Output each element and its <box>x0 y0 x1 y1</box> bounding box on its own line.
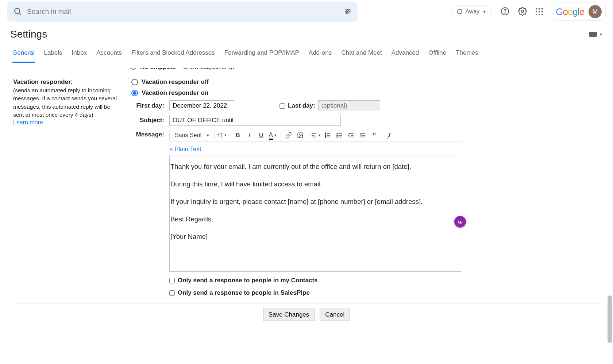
svg-point-27 <box>337 136 338 137</box>
svg-point-25 <box>337 133 338 134</box>
header-bar: Away ▼ Google M <box>0 0 613 23</box>
search-row <box>7 1 446 22</box>
tab-labels[interactable]: Labels <box>43 44 63 63</box>
first-day-input[interactable] <box>169 100 234 111</box>
keyboard-icon <box>589 32 597 37</box>
svg-point-0 <box>15 8 20 13</box>
search-box[interactable] <box>7 1 358 22</box>
bold-button[interactable]: B <box>232 130 243 141</box>
quote-icon[interactable]: ” <box>369 130 380 141</box>
vr-on-label: Vacation responder on <box>142 89 208 97</box>
learn-more-link[interactable]: Learn more <box>13 119 121 126</box>
snippets-label: No snippets <box>140 68 176 71</box>
underline-button[interactable]: U <box>256 130 267 141</box>
subject-input[interactable] <box>169 115 341 126</box>
font-family-select[interactable]: Sans Serif ▼ <box>173 130 212 141</box>
italic-button[interactable]: I <box>244 130 255 141</box>
snippets-setting-partial: No snippets - Show subject only. <box>130 68 600 73</box>
status-away-icon <box>457 9 462 14</box>
svg-point-9 <box>505 13 505 13</box>
message-editor[interactable]: Thank you for your email. I am currently… <box>169 155 461 272</box>
first-day-row: First day: Last day: <box>131 100 600 111</box>
align-button[interactable]: ▼ <box>311 130 321 141</box>
subject-label: Subject: <box>131 117 164 124</box>
snippets-desc: - Show subject only. <box>179 68 234 71</box>
tab-general[interactable]: General <box>12 44 35 63</box>
settings-tabs: GeneralLabelsInboxAccountsFilters and Bl… <box>0 44 613 63</box>
account-block[interactable]: Google M <box>552 3 606 21</box>
link-icon[interactable] <box>283 130 294 141</box>
gear-icon[interactable] <box>518 7 527 17</box>
message-label: Message: <box>131 131 164 297</box>
svg-point-10 <box>521 10 524 12</box>
tab-inbox[interactable]: Inbox <box>71 44 88 63</box>
support-icon[interactable] <box>501 7 509 17</box>
subject-row: Subject: <box>131 115 600 126</box>
vr-desc: (sends an automated reply to incoming me… <box>13 86 121 119</box>
cancel-button[interactable]: Cancel <box>320 309 350 321</box>
editor-line: [Your Name] <box>170 232 459 241</box>
search-input[interactable] <box>27 8 339 16</box>
input-tools[interactable]: ▼ <box>589 32 603 37</box>
domain-only-checkbox[interactable] <box>169 290 175 296</box>
page-title: Settings <box>10 28 47 40</box>
remove-formatting-icon[interactable]: T⁄ <box>385 130 396 141</box>
editor-line: Best Regards, <box>170 214 459 224</box>
editor-line: If your inquiry is urgent, please contac… <box>170 197 459 206</box>
tab-forwarding-and-pop-imap[interactable]: Forwarding and POP/IMAP <box>224 44 300 63</box>
svg-line-1 <box>19 13 21 14</box>
editor-line: Thank you for your email. I am currently… <box>170 162 459 171</box>
google-logo: Google <box>556 6 584 18</box>
vr-off-row[interactable]: Vacation responder off <box>131 78 600 86</box>
contacts-only-row[interactable]: Only send a response to people in my Con… <box>169 277 461 284</box>
plain-text-toggle[interactable]: « Plain Text <box>169 146 461 153</box>
contacts-only-label: Only send a response to people in my Con… <box>178 277 318 284</box>
tab-filters-and-blocked-addresses[interactable]: Filters and Blocked Addresses <box>131 44 216 63</box>
tab-themes[interactable]: Themes <box>455 44 479 63</box>
vr-title: Vacation responder: <box>13 78 121 86</box>
tab-accounts[interactable]: Accounts <box>96 44 123 63</box>
chevron-down-icon: ▼ <box>482 9 486 14</box>
radio-vr-on[interactable] <box>131 90 138 96</box>
header-right: Away ▼ Google M <box>452 3 606 21</box>
indent-less-icon[interactable] <box>346 130 356 141</box>
extension-badge-icon[interactable]: w <box>454 216 466 228</box>
numbered-list-icon[interactable]: 123 <box>322 130 333 141</box>
scrollbar[interactable] <box>606 62 613 364</box>
presence-status-chip[interactable]: Away ▼ <box>452 5 492 18</box>
last-day-checkbox[interactable] <box>279 103 285 109</box>
domain-only-label: Only send a response to people in SalesP… <box>178 289 310 297</box>
scrollbar-thumb[interactable] <box>608 295 612 343</box>
radio-no-snippets[interactable] <box>130 68 136 70</box>
tab-advanced[interactable]: Advanced <box>391 44 420 63</box>
svg-point-7 <box>346 12 347 13</box>
last-day-block: Last day: <box>279 100 380 111</box>
radio-vr-off[interactable] <box>131 79 138 85</box>
indent-more-icon[interactable] <box>357 130 368 141</box>
font-size-button[interactable]: тT▼ <box>217 130 228 141</box>
bullet-list-icon[interactable] <box>334 130 345 141</box>
search-options-icon[interactable] <box>344 7 352 16</box>
image-icon[interactable] <box>295 130 306 141</box>
editor-line: During this time, I will have limited ac… <box>170 179 459 189</box>
tab-chat-and-meet[interactable]: Chat and Meet <box>340 44 383 63</box>
tab-add-ons[interactable]: Add-ons <box>308 44 332 63</box>
vr-form: Vacation responder off Vacation responde… <box>131 78 600 297</box>
svg-point-5 <box>346 9 347 10</box>
footer-buttons: Save Changes Cancel <box>13 303 600 321</box>
settings-content: No snippets - Show subject only. Vacatio… <box>0 63 613 363</box>
last-day-input[interactable] <box>318 100 380 111</box>
tab-offline[interactable]: Offline <box>428 44 447 63</box>
section-label: Vacation responder: (sends an automated … <box>13 78 121 297</box>
domain-only-row[interactable]: Only send a response to people in SalesP… <box>169 289 461 297</box>
svg-text:3: 3 <box>325 136 326 138</box>
avatar[interactable]: M <box>589 5 602 18</box>
vr-on-row[interactable]: Vacation responder on <box>131 89 600 97</box>
first-day-label: First day: <box>131 102 164 109</box>
last-day-label: Last day: <box>288 102 315 109</box>
save-button[interactable]: Save Changes <box>263 309 315 321</box>
vr-off-label: Vacation responder off <box>142 78 209 86</box>
apps-grid-icon[interactable] <box>536 8 543 15</box>
contacts-only-checkbox[interactable] <box>169 278 175 283</box>
text-color-button[interactable]: A▼ <box>267 130 278 141</box>
